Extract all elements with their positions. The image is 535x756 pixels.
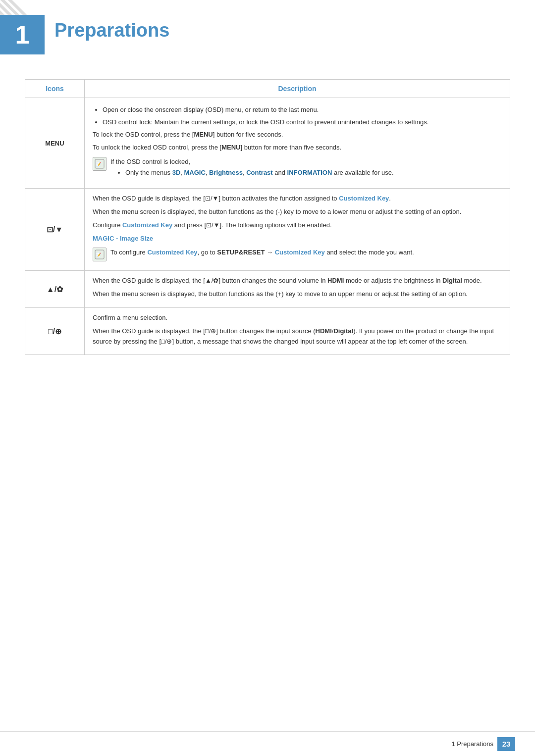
contrast-text: Contrast — [246, 169, 272, 176]
digital-label1: Digital — [442, 277, 462, 284]
menu-icon-cell: MENU — [25, 98, 85, 189]
chapter-header: 1 Preparations — [0, 0, 535, 64]
menu-note-content: If the OSD control is locked, Only the m… — [110, 157, 502, 179]
menu-note-subbullets: Only the menus 3D, MAGIC, Brightness, Co… — [110, 168, 502, 178]
customkey-note-row: 📝 To configure Customized Key, go to SET… — [93, 248, 502, 261]
menu-key-menu: MENU — [194, 131, 213, 138]
brightness-vol-p1: When the OSD guide is displayed, the [▲/… — [93, 276, 502, 286]
3d-text: 3D — [172, 169, 181, 176]
table-row: ▲/✿ When the OSD guide is displayed, the… — [25, 271, 510, 308]
table-header-row: Icons Description — [25, 80, 510, 98]
chapter-title: Preparations — [54, 15, 169, 41]
footer-right: 1 Preparations 23 — [451, 737, 515, 751]
menu-icon-label: MENU — [45, 140, 64, 147]
brightness-vol-desc-cell: When the OSD guide is displayed, the [▲/… — [85, 271, 510, 308]
brightness-text: Brightness — [209, 169, 243, 176]
menu-key-menu2: MENU — [221, 144, 240, 151]
input-source-p2: When the OSD guide is displayed, the [□/… — [93, 326, 502, 347]
customkey-p1: When the OSD guide is displayed, the [⊡/… — [93, 194, 502, 204]
chapter-block: 1 — [0, 15, 45, 54]
input-source-icon-label: □/⊕ — [48, 327, 61, 336]
customized-key-end: Customized Key — [275, 249, 325, 256]
customkey-icon-label: ⊡/▼ — [47, 225, 63, 234]
icons-table: Icons Description MENU Open or close the… — [25, 79, 510, 355]
input-source-desc-cell: Confirm a menu selection. When the OSD g… — [85, 307, 510, 354]
customkey-icon-cell: ⊡/▼ — [25, 189, 85, 271]
footer-chapter-label: 1 Preparations — [451, 740, 493, 748]
main-content: Icons Description MENU Open or close the… — [0, 79, 535, 395]
menu-bullet-list: Open or close the onscreen display (OSD)… — [93, 105, 502, 128]
footer-page-number: 23 — [497, 737, 515, 751]
customized-key-label2: Customized Key — [122, 221, 172, 229]
menu-note-row: 📝 If the OSD control is locked, Only the… — [93, 157, 502, 179]
menu-lock-text: To lock the OSD control, press the [MENU… — [93, 130, 502, 140]
svg-text:📝: 📝 — [96, 161, 102, 167]
col-description-header: Description — [85, 80, 510, 98]
customized-key-label1: Customized Key — [339, 195, 389, 202]
menu-unlock-text: To unlock the locked OSD control, press … — [93, 143, 502, 153]
input-source-icon-cell: □/⊕ — [25, 307, 85, 354]
customkey-note-content: To configure Customized Key, go to SETUP… — [110, 248, 502, 257]
setup-reset-label: SETUP&RESET — [217, 249, 265, 256]
page-footer: 1 Preparations 23 — [0, 731, 535, 756]
chapter-number: 1 — [15, 22, 30, 48]
note-icon-2: 📝 — [93, 248, 107, 261]
menu-bullet-1: Open or close the onscreen display (OSD)… — [103, 105, 502, 115]
table-row: ⊡/▼ When the OSD guide is displayed, the… — [25, 189, 510, 271]
brightness-vol-icon-label: ▲/✿ — [47, 285, 63, 294]
table-row: □/⊕ Confirm a menu selection. When the O… — [25, 307, 510, 354]
note-icon-1: 📝 — [93, 157, 107, 171]
brightness-vol-p2: When the menu screen is displayed, the b… — [93, 289, 502, 300]
digital-label2: Digital — [333, 327, 353, 335]
hdmi-label1: HDMI — [327, 277, 344, 284]
customkey-desc-cell: When the OSD guide is displayed, the [⊡/… — [85, 189, 510, 271]
magic-image-size-label: MAGIC - Image Size — [93, 234, 502, 244]
information-text: INFORMATION — [287, 169, 332, 176]
menu-desc-cell: Open or close the onscreen display (OSD)… — [85, 98, 510, 189]
customkey-p2: When the menu screen is displayed, the b… — [93, 207, 502, 217]
menu-note-sub-1: Only the menus 3D, MAGIC, Brightness, Co… — [125, 168, 502, 178]
hdmi-label2: HDMI — [316, 327, 332, 335]
table-row: MENU Open or close the onscreen display … — [25, 98, 510, 189]
menu-bullet-2: OSD control lock: Maintain the current s… — [103, 117, 502, 128]
customkey-p3: Configure Customized Key and press [⊡/▼]… — [93, 220, 502, 231]
brightness-vol-icon-cell: ▲/✿ — [25, 271, 85, 308]
input-source-p1: Confirm a menu selection. — [93, 313, 502, 323]
svg-text:📝: 📝 — [96, 252, 102, 258]
magic-text: MAGIC — [184, 169, 206, 176]
customized-key-note: Customized Key — [147, 249, 197, 256]
col-icons-header: Icons — [25, 80, 85, 98]
